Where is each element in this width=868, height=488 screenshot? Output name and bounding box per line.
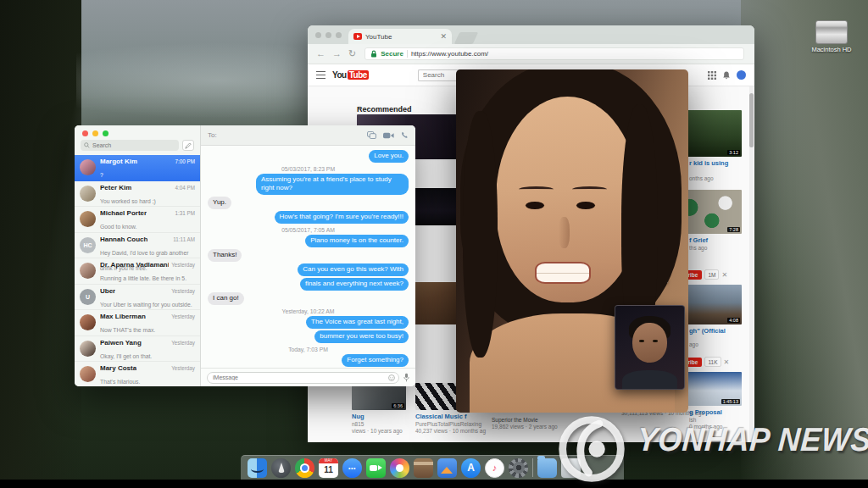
dock-system-preferences-icon[interactable] [509, 458, 528, 478]
timestamp: 05/03/2017, 8:23 PM [281, 166, 335, 172]
phone-call-icon[interactable] [401, 131, 409, 139]
avatar [80, 211, 96, 227]
dock-launchpad-icon[interactable] [271, 458, 291, 478]
dock-facetime-icon[interactable] [366, 458, 386, 478]
video-channel[interactable]: ish [667, 417, 742, 423]
video-item[interactable]: Superior the Movie 19,862 views · 2 year… [492, 416, 585, 430]
dock-finder-icon[interactable] [248, 458, 267, 478]
conversation-time: 1:31 PM [175, 210, 195, 216]
video-item[interactable]: 6:36 Nug n815 views · 10 years ago [352, 380, 406, 434]
window-controls[interactable] [75, 125, 200, 140]
facetime-window[interactable] [456, 69, 688, 413]
zoom-window-icon[interactable] [103, 130, 108, 136]
close-window-icon[interactable] [315, 32, 321, 38]
conversation-row[interactable]: Dr. Aparna VadlamaniYesterday Running a … [75, 258, 200, 285]
wallpaper-cliff-right [741, 0, 868, 488]
avatar: U [80, 289, 96, 305]
message-bubble-outgoing: The Voice was great last night, [306, 316, 409, 329]
desktop: Macintosh HD YouTube ✕ ← → ↻ Secure [0, 0, 868, 488]
conversation-name: Max Liberman [100, 313, 146, 320]
conversation-row[interactable]: HC Hannah Couch11:11 AM Hey David, I'd l… [75, 233, 200, 259]
conversation-preview: Your Uber is waiting for you outside. [100, 302, 192, 308]
browser-toolbar: ← → ↻ Secure https://www.youtube.com/ [308, 44, 754, 64]
video-call-icon[interactable] [383, 132, 394, 139]
message-input[interactable] [207, 372, 399, 384]
dock-trash-icon[interactable] [561, 458, 581, 478]
minimize-window-icon[interactable] [92, 130, 98, 136]
dock-chrome-icon[interactable] [295, 458, 314, 478]
minimize-window-icon[interactable] [326, 32, 331, 38]
conversation-time: Yesterday [171, 340, 195, 346]
hard-drive-icon [815, 20, 848, 44]
conversation-row[interactable]: Mary CostaYesterday That's hilarious. [75, 362, 200, 386]
conversation-time: 7:00 PM [175, 158, 195, 164]
dock-photos-icon[interactable] [390, 458, 409, 478]
video-title[interactable]: Superior the Movie [492, 417, 585, 423]
bell-icon[interactable] [722, 71, 731, 80]
close-icon[interactable]: ✕ [724, 358, 730, 366]
message-bubble-outgoing: Piano money is on the counter. [305, 235, 409, 247]
conversation-row[interactable]: U UberYesterday Your Uber is waiting for… [75, 285, 200, 311]
conversation-preview: Good to know. [100, 224, 136, 230]
new-tab-button[interactable] [454, 32, 479, 44]
tab-strip: YouTube ✕ [308, 25, 754, 44]
conversation-row[interactable]: Peter Kim4:04 PM You worked so hard ;) [75, 181, 200, 208]
avatar [80, 341, 96, 357]
conversation-row[interactable]: Max LibermanYesterday Now THAT's the max… [75, 310, 200, 336]
duration-badge: 4:08 [727, 318, 740, 323]
address-bar[interactable]: Secure https://www.youtube.com/ [364, 47, 744, 60]
url-separator [407, 50, 408, 58]
apps-grid-icon[interactable] [708, 71, 716, 80]
browser-tab-youtube[interactable]: YouTube ✕ [348, 29, 452, 44]
desktop-icon-macintosh-hd[interactable]: Macintosh HD [804, 20, 860, 53]
timestamp: 05/05/2017, 7:05 AM [281, 227, 335, 233]
messages-search-input[interactable] [81, 140, 179, 151]
screen-share-icon[interactable] [367, 131, 376, 139]
account-avatar[interactable] [737, 70, 746, 80]
avatar [80, 314, 96, 330]
compose-button[interactable] [182, 140, 194, 151]
scrollbar[interactable] [749, 86, 754, 442]
duration-badge: 6:36 [392, 403, 404, 408]
lock-icon [370, 50, 377, 58]
facetime-self-view[interactable] [615, 305, 685, 390]
dock-itunes-icon[interactable]: ♪ [485, 458, 504, 478]
dock-appstore-icon[interactable]: A [461, 458, 481, 478]
message-bubble-outgoing: How's that going? I'm sure you're ready!… [275, 211, 409, 224]
dock-contacts-icon[interactable] [414, 458, 433, 478]
emoji-icon[interactable] [388, 374, 395, 381]
conversation-row[interactable]: Margot Kim7:00 PM ? [75, 155, 200, 181]
conversation-time: Yesterday [171, 288, 195, 294]
wallpaper-cliff-left [0, 0, 81, 488]
dock-downloads-folder-icon[interactable] [537, 458, 557, 478]
message-bubble-outgoing: Assuming you're at a friend's place to s… [256, 174, 409, 195]
youtube-logo[interactable]: You Tube [332, 70, 369, 80]
close-icon[interactable]: ✕ [721, 271, 727, 279]
search-icon [84, 142, 90, 148]
microphone-icon[interactable] [403, 373, 409, 382]
tab-close-icon[interactable]: ✕ [440, 33, 447, 40]
conversation-time: 11:11 AM [173, 236, 195, 242]
video-channel[interactable]: n815 [352, 421, 406, 427]
window-controls[interactable] [315, 32, 342, 38]
message-input-bar [201, 368, 415, 386]
conversation-row[interactable]: Michael Porter1:31 PM Good to know. [75, 207, 200, 233]
message-bubble-outgoing: finals and everything next week? [300, 278, 409, 291]
back-icon[interactable]: ← [316, 49, 326, 58]
dock-preview-icon[interactable] [437, 458, 457, 478]
menu-icon[interactable] [316, 71, 326, 79]
message-bubble-incoming: I can go! [208, 292, 244, 305]
scrollbar-thumb[interactable] [749, 93, 754, 147]
avatar [80, 159, 96, 175]
video-title[interactable]: Nug [352, 413, 406, 420]
conversation-row[interactable]: Paiwen YangYesterday Okay, I'll get on t… [75, 336, 200, 363]
forward-icon[interactable]: → [332, 49, 342, 58]
conversation-name: Peter Kim [100, 184, 131, 191]
conversation-time: Yesterday [171, 313, 195, 319]
zoom-window-icon[interactable] [336, 32, 342, 38]
dock-calendar-icon[interactable]: MAY 11 [319, 458, 338, 478]
dock-messages-icon[interactable]: ••• [342, 458, 362, 478]
reload-icon[interactable]: ↻ [348, 49, 356, 58]
dock: MAY 11 ••• A ♪ [241, 455, 624, 480]
close-window-icon[interactable] [82, 130, 88, 136]
